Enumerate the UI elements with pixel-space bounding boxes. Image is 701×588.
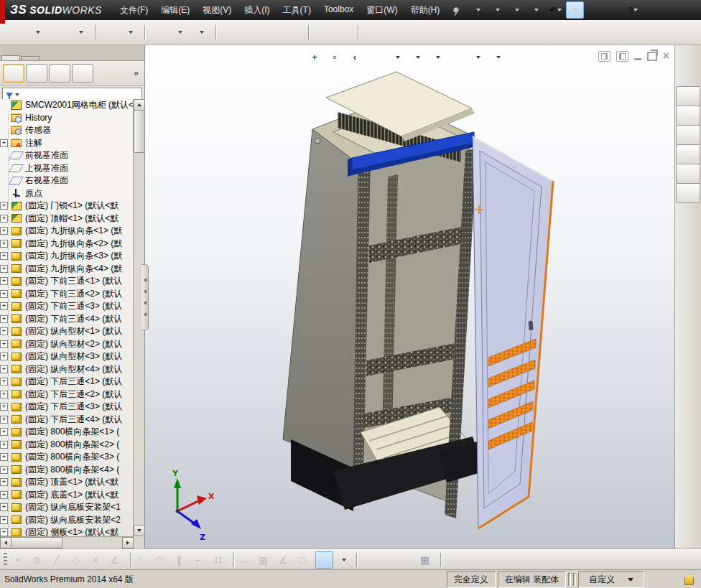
single-view-button[interactable] xyxy=(399,551,417,569)
file-properties-button[interactable] xyxy=(605,1,623,19)
convert-entities-button[interactable]: ∷ xyxy=(212,551,230,569)
tree-item[interactable]: 原点 xyxy=(0,187,134,200)
tree-expander[interactable]: + xyxy=(0,516,8,524)
tree-item[interactable]: + (固定) 顶帽<1> (默认<默 xyxy=(0,213,134,225)
show-hidden-components-button[interactable] xyxy=(149,22,169,42)
assemblyxpert-button[interactable] xyxy=(334,22,354,42)
tree-expander[interactable]: + xyxy=(0,416,8,424)
pin-menu-icon[interactable] xyxy=(447,1,465,19)
menu-toolbox[interactable]: Toolbox xyxy=(317,1,360,20)
tree-item[interactable]: SMCW2001网格电柜 (默认<默 xyxy=(0,99,134,112)
angle-snap-button[interactable]: ∡ xyxy=(277,551,294,569)
tree-expander[interactable]: + xyxy=(0,215,8,223)
viewport-grid-button[interactable]: ▦ xyxy=(419,551,437,569)
tree-item[interactable]: + (固定) 下后三通<3> (默认 xyxy=(0,401,134,414)
filter-dropdown-icon[interactable] xyxy=(15,93,19,96)
scroll-up-button[interactable] xyxy=(134,99,145,111)
graphics-viewport[interactable]: Y X Z +▫‹ × xyxy=(145,45,675,549)
tree-expander[interactable]: + xyxy=(0,252,8,260)
tree-item[interactable]: History xyxy=(0,112,134,125)
tree-expander[interactable]: + xyxy=(0,491,8,499)
insert-component-button[interactable] xyxy=(28,22,48,42)
explode-line-sketch-button[interactable] xyxy=(284,22,305,42)
rebuild-button[interactable] xyxy=(585,1,603,19)
menu-window[interactable]: 窗口(W) xyxy=(360,1,404,20)
tab-sketch[interactable] xyxy=(21,56,40,60)
mirror-entities-button[interactable]: ∥ xyxy=(173,551,191,569)
menu-edit[interactable]: 编辑(E) xyxy=(154,1,196,20)
close-doc-button[interactable]: × xyxy=(663,50,669,62)
tree-expander[interactable]: + xyxy=(0,441,8,449)
section-view-button[interactable] xyxy=(368,48,387,66)
tree-item[interactable]: + (固定) 顶盖<1> (默认<默 xyxy=(0,476,134,489)
tree-expander[interactable]: + xyxy=(0,227,8,235)
custom-properties-tab[interactable] xyxy=(676,183,700,203)
tree-item[interactable]: + (固定) 纵向型材<4> (默认 xyxy=(0,363,134,376)
sketch-chamfer-button[interactable]: ∠ xyxy=(108,551,126,569)
toolbox-button[interactable] xyxy=(170,22,190,42)
tree-expander[interactable]: + xyxy=(0,428,8,436)
tree-item[interactable]: + (固定) 底盖<1> (默认<默 xyxy=(0,489,134,502)
new-motion-study-button[interactable] xyxy=(241,22,261,42)
assembly-features-button[interactable] xyxy=(220,22,240,42)
tree-expander[interactable]: + xyxy=(0,340,8,348)
tree-expander[interactable]: + xyxy=(0,202,8,210)
trim-entities-button[interactable]: × xyxy=(89,551,107,569)
panel-splitter-handle[interactable] xyxy=(141,264,149,330)
collision-detection-button[interactable] xyxy=(380,551,398,569)
tree-expander[interactable]: + xyxy=(0,503,8,511)
smart-dimension-button[interactable]: ↔ xyxy=(238,551,256,569)
line-tool-button[interactable]: ╱ xyxy=(50,551,68,569)
scroll-left-button[interactable] xyxy=(0,537,11,549)
zoom-to-area-button[interactable]: ▫ xyxy=(328,48,347,66)
isolate-button[interactable] xyxy=(312,22,333,42)
display-style-bottom-button[interactable] xyxy=(335,551,353,569)
edit-appearance-button[interactable] xyxy=(449,48,468,66)
pane-toggle-right-button[interactable] xyxy=(616,51,628,62)
smart-component-button[interactable] xyxy=(192,22,212,42)
mate-button[interactable] xyxy=(50,22,70,42)
tree-expander[interactable]: + xyxy=(0,265,8,273)
toolbar-grip[interactable] xyxy=(4,553,7,567)
tree-item[interactable]: + (固定) 下后三通<2> (默认 xyxy=(0,388,134,401)
edit-component-button[interactable] xyxy=(6,22,27,42)
tree-item[interactable]: 传感器 xyxy=(0,124,134,137)
tree-expander[interactable]: + xyxy=(0,391,8,398)
grid-snap-button[interactable]: ▦ xyxy=(257,551,275,569)
scroll-thumb[interactable] xyxy=(11,537,62,549)
pane-overflow-button[interactable]: » xyxy=(134,68,141,78)
view-settings-button[interactable] xyxy=(489,48,508,66)
corner-rectangle-button[interactable]: ⌐ xyxy=(192,551,210,569)
tree-expander[interactable]: + xyxy=(0,378,8,386)
section-view-bottom-button[interactable] xyxy=(361,551,379,569)
propertymanager-tab[interactable] xyxy=(26,64,47,83)
help-button[interactable]: ? xyxy=(624,1,642,19)
open-button[interactable] xyxy=(488,1,506,19)
tree-expander[interactable]: + xyxy=(0,139,8,147)
tree-expander[interactable]: + xyxy=(0,453,8,461)
display-style-button[interactable] xyxy=(409,48,427,66)
tree-item[interactable]: + (固定) 800横向条架<4> ( xyxy=(0,464,134,477)
tree-expander[interactable]: + xyxy=(0,290,8,298)
tree-item[interactable]: 前视基准面 xyxy=(0,149,134,162)
exploded-view-button[interactable] xyxy=(263,22,283,42)
tree-expander[interactable]: + xyxy=(0,466,8,474)
tree-item[interactable]: + (固定) 九折纵向条<1> (默 xyxy=(0,225,134,238)
component-pattern-button[interactable] xyxy=(71,22,91,42)
tree-item[interactable]: + (固定) 下前三通<2> (默认 xyxy=(0,288,134,301)
menu-file[interactable]: 文件(F) xyxy=(113,1,154,20)
tree-item[interactable]: + (固定) 纵向底板安装架<1 xyxy=(0,501,134,514)
tree-item[interactable]: + (固定) 下前三通<4> (默认 xyxy=(0,313,134,326)
scroll-down-button[interactable] xyxy=(134,525,145,536)
view-orientation-button[interactable] xyxy=(389,48,407,66)
tree-item[interactable]: + (固定) 下后三通<4> (默认 xyxy=(0,414,134,426)
tree-item[interactable]: 右视基准面 xyxy=(0,174,134,187)
polygon-tool-button[interactable]: ◇ xyxy=(70,551,88,569)
pane-toggle-left-button[interactable] xyxy=(598,51,611,62)
displaymanager-tab[interactable] xyxy=(72,64,93,83)
zoom-to-fit-button[interactable]: + xyxy=(308,48,327,66)
tree-item[interactable]: + (固定) 门锁<1> (默认<默 xyxy=(0,200,134,213)
tree-item[interactable]: + (固定) 纵向底板安装架<2 xyxy=(0,514,134,527)
tree-item[interactable]: + (固定) 下后三通<1> (默认 xyxy=(0,375,134,388)
configurationmanager-tab[interactable] xyxy=(49,64,70,83)
